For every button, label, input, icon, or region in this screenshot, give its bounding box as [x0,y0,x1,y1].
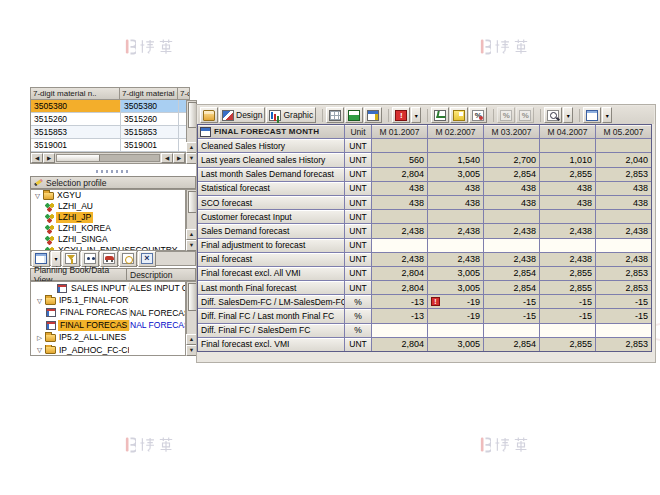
value-cell[interactable]: 438 [596,196,651,209]
value-cell[interactable]: 2,854 [484,338,539,351]
expand-arrow-icon[interactable]: ▷ [35,333,44,343]
expand-arrow-icon[interactable]: ▽ [35,296,44,306]
value-cell[interactable]: -13 [372,295,427,308]
value-cell[interactable]: 2,853 [596,267,651,280]
design-button[interactable]: Design [219,107,265,123]
row-label[interactable]: Final forecast excl. All VMI [198,267,344,280]
value-cell[interactable]: -15 [596,309,651,322]
value-cell[interactable]: 438 [540,182,595,195]
close-button[interactable] [138,251,156,267]
calculator-button[interactable] [326,107,344,123]
value-cell[interactable]: 2,438 [596,224,651,237]
value-cell[interactable] [484,210,539,223]
value-cell[interactable] [428,210,483,223]
selection-profile-item[interactable]: LZHI_JP [31,212,185,223]
value-cell[interactable]: 438 [372,196,427,209]
row-label[interactable]: Final forecast [198,253,344,266]
value-cell[interactable]: 2,700 [484,153,539,166]
value-cell[interactable] [596,239,651,252]
material-row[interactable]: 35158533515853 [31,126,190,139]
selection-profile-item[interactable]: LZHI_SINGA [31,234,185,245]
row-label[interactable]: Last month Final forecast [198,281,344,294]
planning-book-item[interactable]: FINAL FORECASNAL FORECAST [31,319,185,331]
month-header[interactable]: M 03.2007 [484,125,539,138]
value-cell[interactable]: -13 [372,309,427,322]
value-cell[interactable]: 3,005 [428,267,483,280]
value-cell[interactable] [596,324,651,337]
planning-book-item[interactable]: ▽IP5.1_FINAL-FOREC [31,294,185,306]
value-cell[interactable] [540,324,595,337]
scroll-left-button[interactable] [161,153,173,163]
column-header[interactable]: 7-digit material n.. [30,87,120,100]
planning-book-item[interactable]: FINAL FORECASNAL FORECAST [31,307,185,319]
value-cell[interactable]: 438 [596,182,651,195]
selection-profile-item[interactable]: LZHI_KOREA [31,223,185,234]
value-cell[interactable]: 2,854 [484,168,539,181]
expand-arrow-icon[interactable]: ▽ [35,345,44,355]
row-label[interactable]: Sales Demand forecast [198,224,344,237]
row-label[interactable]: Last years Cleaned sales History [198,153,344,166]
value-cell[interactable] [596,139,651,152]
scrollbar-track[interactable] [56,154,160,162]
value-cell[interactable]: 2,853 [596,168,651,181]
planning-book-item[interactable]: ▷IP5.2_ALL-LINES [31,332,185,344]
value-cell[interactable]: 1,540 [428,153,483,166]
planning-book-item[interactable]: ▽IP_ADHOC_FC-CHAN [31,344,185,356]
month-header[interactable]: M 04.2007 [540,125,595,138]
value-cell[interactable]: 438 [540,196,595,209]
value-cell[interactable]: 438 [484,196,539,209]
row-label[interactable]: Statistical forecast [198,182,344,195]
value-cell[interactable]: -15 [484,295,539,308]
value-cell[interactable]: 2,804 [372,168,427,181]
value-cell[interactable]: 3,005 [428,281,483,294]
column-header[interactable]: 7-digit material no. [120,87,178,100]
value-cell[interactable] [428,239,483,252]
value-cell[interactable]: !-19 [428,295,483,308]
value-cell[interactable]: -15 [484,309,539,322]
material-number-cell[interactable]: 3515260 [121,113,179,126]
key-figure-header[interactable]: FINAL FORECAST MONTH [198,125,344,138]
row-label[interactable]: Diff. SalesDem-FC / LM-SalesDem-FC [198,295,344,308]
value-cell[interactable] [372,210,427,223]
value-cell[interactable]: 2,854 [484,281,539,294]
value-cell[interactable]: 2,854 [484,267,539,280]
value-cell[interactable] [596,210,651,223]
value-cell[interactable]: 2,438 [596,253,651,266]
value-cell[interactable]: 2,438 [540,224,595,237]
row-label[interactable]: Last month Sales Demand forecast [198,168,344,181]
scrollbar-thumb[interactable] [57,155,100,161]
material-number-cell[interactable]: 3519001 [121,139,179,152]
zoom-button[interactable] [544,107,562,123]
value-cell[interactable]: -15 [596,295,651,308]
graphic-button[interactable]: Graphic [266,107,316,123]
planning-book-item[interactable]: SALES INPUT CUALES INPUT CU [31,282,185,294]
value-cell[interactable]: 438 [372,182,427,195]
scroll-right-button[interactable] [173,153,185,163]
value-cell[interactable] [372,239,427,252]
expand-arrow-icon[interactable]: ▽ [33,191,42,201]
material-number-cell[interactable]: 3515260 [31,113,121,126]
value-cell[interactable]: 3,005 [428,168,483,181]
value-cell[interactable]: 438 [428,196,483,209]
materials-horizontal-scrollbar[interactable] [30,152,186,164]
alert-dropdown-button[interactable]: ▾ [411,107,421,123]
percent-cut-button[interactable] [469,107,487,123]
value-cell[interactable] [484,324,539,337]
value-cell[interactable]: 2,853 [596,281,651,294]
value-cell[interactable]: -15 [540,309,595,322]
material-number-cell[interactable]: 3505380 [31,100,121,113]
value-cell[interactable] [484,239,539,252]
value-cell[interactable]: 2,438 [484,224,539,237]
value-cell[interactable]: 2,855 [540,168,595,181]
material-row[interactable]: 35053803505380 [31,100,190,113]
value-cell[interactable] [428,324,483,337]
value-cell[interactable]: 1,010 [540,153,595,166]
value-cell[interactable] [372,324,427,337]
value-cell[interactable]: 2,040 [596,153,651,166]
row-label[interactable]: Diff. Final FC / Last month Final FC [198,309,344,322]
row-label[interactable]: Final forecast excl. VMI [198,338,344,351]
value-cell[interactable]: 2,438 [428,253,483,266]
note-button[interactable] [450,107,468,123]
row-label[interactable]: Cleaned Sales History [198,139,344,152]
value-cell[interactable]: 560 [372,153,427,166]
